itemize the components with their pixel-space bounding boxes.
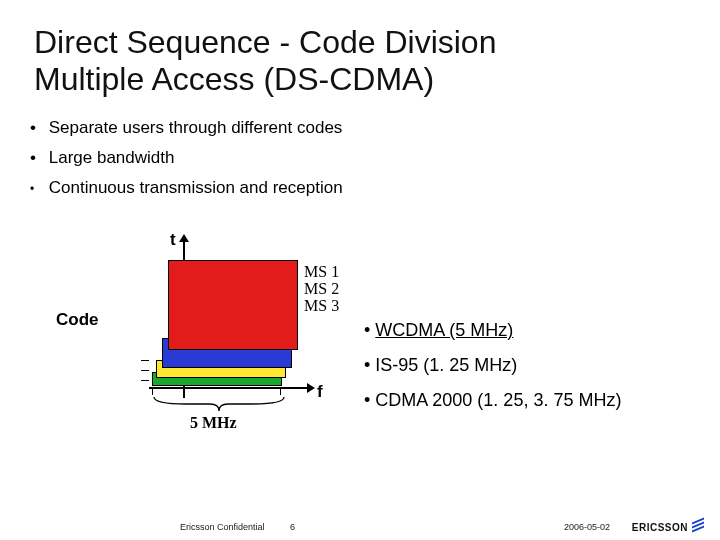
bullet-item: • Large bandwidth: [30, 148, 343, 168]
footer-date: 2006-05-02: [564, 522, 610, 532]
list-item: • CDMA 2000 (1. 25, 3. 75 MHz): [364, 390, 621, 411]
footer-confidential: Ericsson Confidential: [180, 522, 265, 532]
ms-label: MS 2: [304, 281, 339, 298]
axis-tick: [152, 388, 153, 395]
bullet-text: Continuous transmission and reception: [49, 178, 343, 197]
standards-list: • WCDMA (5 MHz) • IS-95 (1. 25 MHz) • CD…: [364, 320, 621, 425]
list-text: IS-95 (1. 25 MHz): [375, 355, 517, 375]
title-line-1: Direct Sequence - Code Division: [34, 24, 496, 60]
ms-label: MS 1: [304, 264, 339, 281]
axis-f-label: f: [317, 382, 323, 402]
bullet-dot-icon: •: [30, 148, 44, 168]
slide: Direct Sequence - Code Division Multiple…: [0, 0, 720, 540]
page-title: Direct Sequence - Code Division Multiple…: [34, 24, 496, 98]
title-line-2: Multiple Access (DS-CDMA): [34, 61, 434, 97]
brace-icon: [152, 395, 286, 413]
ms-label: MS 3: [304, 298, 339, 315]
code-axis-label: Code: [56, 310, 99, 330]
axis-f-line: [149, 387, 313, 389]
list-text: WCDMA (5 MHz): [375, 320, 513, 340]
bullet-dot-icon: •: [364, 390, 375, 410]
bullet-item: • Separate users through different codes: [30, 118, 343, 138]
bullet-item: • Continuous transmission and reception: [30, 178, 343, 198]
ericsson-bars-icon: [692, 520, 706, 534]
list-item: • WCDMA (5 MHz): [364, 320, 621, 341]
list-item: • IS-95 (1. 25 MHz): [364, 355, 621, 376]
list-text: CDMA 2000 (1. 25, 3. 75 MHz): [375, 390, 621, 410]
block-red: [168, 260, 298, 350]
axis-tick: [141, 360, 149, 361]
bullet-text: Large bandwidth: [49, 148, 175, 167]
axis-tick: [141, 380, 149, 381]
bullet-text: Separate users through different codes: [49, 118, 343, 137]
axis-tick: [141, 370, 149, 371]
footer-page: 6: [290, 522, 295, 532]
axis-t-label: t: [170, 230, 176, 250]
bandwidth-label: 5 MHz: [190, 414, 237, 432]
bullet-dot-icon: •: [30, 118, 44, 138]
footer: Ericsson Confidential 6 2006-05-02: [0, 514, 720, 532]
ms-label-group: MS 1 MS 2 MS 3: [304, 264, 339, 314]
bullet-dot-icon: •: [30, 182, 44, 196]
axis-tick: [280, 388, 281, 395]
brand-text: ERICSSON: [632, 522, 688, 533]
bullet-dot-icon: •: [364, 355, 375, 375]
diagram: t Code MS 1 MS 2 MS 3 f 5 MHz: [80, 230, 340, 440]
bullet-dot-icon: •: [364, 320, 375, 340]
brand-logo: ERICSSON: [632, 520, 706, 534]
bullet-list: • Separate users through different codes…: [30, 118, 343, 208]
